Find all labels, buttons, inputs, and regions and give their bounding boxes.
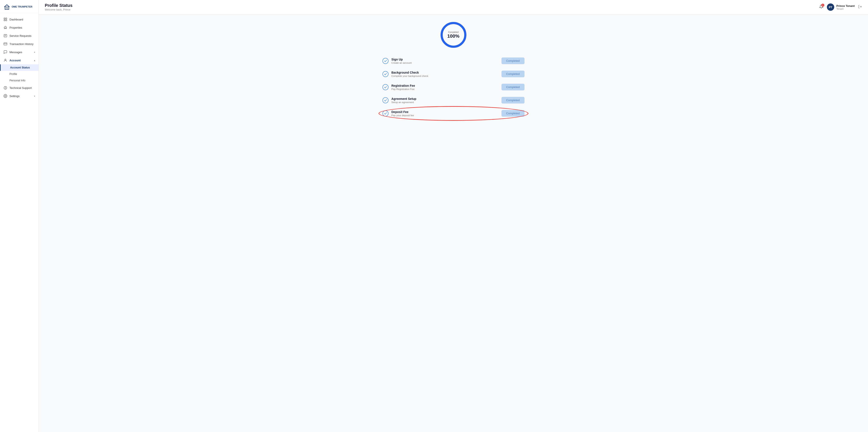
content-area: Completed 100% Sign Up Create an account — [39, 14, 868, 125]
svg-rect-1 — [6, 8, 8, 9]
check-icon-registration-fee — [384, 86, 387, 89]
step-check-sign-up — [382, 58, 389, 64]
sidebar-item-transaction-history[interactable]: Transaction History — [0, 40, 38, 48]
sidebar-item-account: Account ▴ Account Status Profile Persona… — [0, 56, 38, 84]
sidebar-item-properties[interactable]: Properties — [0, 24, 38, 32]
svg-point-11 — [5, 59, 6, 60]
sidebar-item-technical-support[interactable]: Technical Support — [0, 84, 38, 92]
sidebar-item-profile[interactable]: Profile — [0, 71, 38, 77]
account-sub-nav: Account Status Profile Personal Info — [0, 64, 38, 84]
step-title-sign-up: Sign Up — [392, 58, 412, 61]
step-left-deposit-fee: Deposit Fee Pay your deposit fee — [382, 110, 414, 117]
step-desc-sign-up: Create an account — [392, 62, 412, 64]
logo: OME TRUMPETER — [0, 0, 38, 13]
transaction-icon — [3, 42, 7, 46]
check-icon-agreement-setup — [384, 99, 387, 102]
step-desc-deposit-fee: Pay your deposit fee — [392, 114, 414, 117]
sidebar-label-account: Account — [9, 59, 21, 62]
chevron-up-icon: ▴ — [34, 59, 35, 62]
messages-icon — [3, 50, 7, 54]
notification-badge: 0 — [821, 4, 824, 7]
step-info-agreement-setup: Agreement Setup Setup an agreement — [392, 97, 416, 103]
check-icon-background-check — [384, 72, 387, 75]
logo-text: OME TRUMPETER — [11, 5, 32, 8]
user-details: Prince Tenant Tenant — [836, 4, 855, 10]
step-btn-background-check[interactable]: Completed — [501, 71, 525, 77]
step-btn-sign-up[interactable]: Completed — [501, 58, 525, 64]
check-icon-deposit-fee — [384, 112, 387, 115]
step-left-registration-fee: Registration Fee Pay Registration Fee — [382, 84, 415, 90]
step-check-background-check — [382, 71, 389, 77]
user-role: Tenant — [836, 7, 855, 10]
account-nav-toggle[interactable]: Account ▴ — [0, 56, 38, 64]
step-row-sign-up: Sign Up Create an account Completed — [382, 55, 525, 66]
step-btn-agreement-setup[interactable]: Completed — [501, 97, 525, 103]
deposit-fee-wrapper: Deposit Fee Pay your deposit fee Complet… — [382, 108, 525, 119]
chevron-down-settings-icon: ▾ — [34, 95, 35, 97]
personal-info-label: Personal Info — [9, 79, 25, 82]
support-icon — [3, 86, 7, 90]
settings-icon — [3, 94, 7, 98]
check-icon-sign-up — [384, 59, 387, 62]
sidebar-label-properties: Properties — [9, 26, 22, 29]
sidebar-label-service-requests: Service Requests — [9, 34, 31, 37]
step-check-agreement-setup — [382, 97, 389, 103]
sidebar-label-settings: Settings — [9, 94, 20, 98]
step-left-background-check: Background Check Complete your backgroun… — [382, 71, 428, 77]
step-check-registration-fee — [382, 84, 389, 90]
progress-ring-container: Completed 100% — [439, 21, 467, 49]
header-actions: 0 PT Prince Tenant Tenant — [819, 3, 862, 11]
logo-icon — [3, 4, 10, 10]
user-name: Prince Tenant — [836, 4, 855, 7]
step-title-agreement-setup: Agreement Setup — [392, 97, 416, 100]
step-title-deposit-fee: Deposit Fee — [392, 110, 414, 114]
step-title-background-check: Background Check — [392, 71, 428, 74]
step-title-registration-fee: Registration Fee — [392, 84, 415, 87]
avatar: PT — [827, 3, 834, 11]
step-info-background-check: Background Check Complete your backgroun… — [392, 71, 428, 77]
sidebar-item-service-requests[interactable]: Service Requests — [0, 32, 38, 40]
notification-button[interactable]: 0 — [819, 4, 824, 10]
profile-label: Profile — [9, 72, 17, 75]
progress-label: Completed 100% — [447, 31, 459, 39]
properties-icon — [3, 26, 7, 30]
sidebar-item-dashboard[interactable]: Dashboard — [0, 15, 38, 24]
step-btn-registration-fee[interactable]: Completed — [501, 84, 525, 90]
sidebar-item-account-status[interactable]: Account Status — [0, 64, 38, 71]
step-left-sign-up: Sign Up Create an account — [382, 58, 412, 64]
sidebar-item-messages[interactable]: Messages ▾ — [0, 48, 38, 56]
sidebar-label-dashboard: Dashboard — [9, 18, 23, 21]
step-left-agreement-setup: Agreement Setup Setup an agreement — [382, 97, 416, 103]
svg-rect-5 — [6, 20, 7, 21]
sidebar-label-technical-support: Technical Support — [9, 86, 32, 90]
svg-rect-6 — [4, 34, 7, 37]
step-desc-agreement-setup: Setup an agreement — [392, 101, 416, 103]
progress-percent: 100% — [447, 33, 459, 39]
sidebar: OME TRUMPETER Dashboard Properties Servi… — [0, 0, 39, 432]
nav-list: Dashboard Properties Service Requests Tr… — [0, 13, 38, 432]
step-desc-background-check: Complete your background check — [392, 75, 428, 77]
step-btn-deposit-fee[interactable]: Completed — [501, 110, 525, 117]
page-subtitle: Welcome back, Prince — [45, 8, 72, 11]
user-info[interactable]: PT Prince Tenant Tenant — [827, 3, 855, 11]
sidebar-item-personal-info[interactable]: Personal Info — [0, 77, 38, 84]
step-row-deposit-fee: Deposit Fee Pay your deposit fee Complet… — [382, 108, 525, 119]
sidebar-item-settings[interactable]: Settings ▾ — [0, 92, 38, 100]
progress-ring: Completed 100% — [439, 21, 467, 49]
logout-button[interactable] — [858, 5, 862, 9]
svg-rect-9 — [4, 43, 7, 45]
header-text: Profile Status Welcome back, Prince — [45, 3, 72, 11]
step-row-registration-fee: Registration Fee Pay Registration Fee Co… — [382, 82, 525, 93]
svg-rect-0 — [5, 7, 9, 9]
main-content: Profile Status Welcome back, Prince 0 PT… — [39, 0, 868, 432]
progress-completed-text: Completed — [447, 31, 459, 33]
account-icon — [3, 58, 7, 62]
step-row-agreement-setup: Agreement Setup Setup an agreement Compl… — [382, 95, 525, 106]
chevron-down-icon: ▾ — [34, 51, 35, 53]
svg-rect-4 — [4, 20, 5, 21]
service-icon — [3, 34, 7, 38]
step-desc-registration-fee: Pay Registration Fee — [392, 88, 415, 90]
account-status-label: Account Status — [10, 66, 30, 69]
page-title: Profile Status — [45, 3, 72, 8]
svg-rect-3 — [6, 18, 7, 19]
